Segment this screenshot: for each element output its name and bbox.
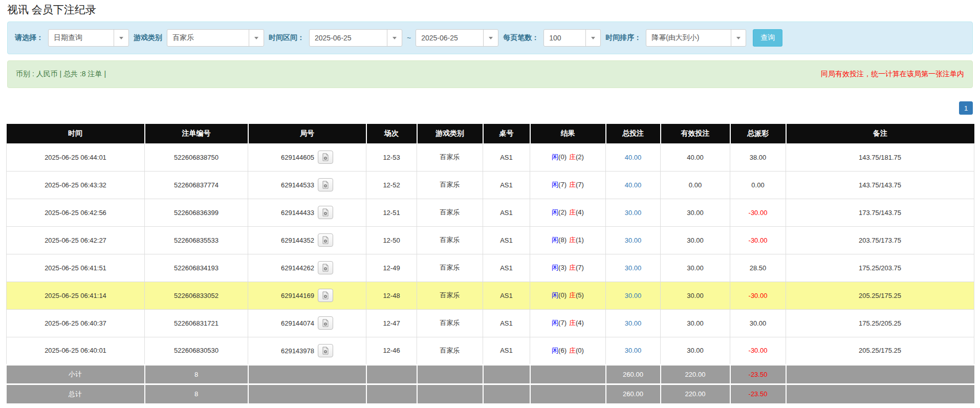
cell-payout: -30.00	[730, 199, 786, 226]
cell-table-no: AS1	[483, 171, 530, 199]
total-bet-link[interactable]: 30.00	[625, 319, 642, 327]
video-replay-button[interactable]	[318, 178, 333, 191]
table-footer: 小计 8 260.00 220.00 -23.50 总计 8 260.00 22…	[7, 364, 974, 403]
player-result: 闲(7)	[552, 319, 567, 327]
video-file-icon	[321, 236, 330, 244]
summary-row: 小计 8 260.00 220.00 -23.50	[7, 364, 974, 384]
banker-result: 庄(4)	[569, 319, 584, 327]
cell-table-no: AS1	[483, 226, 530, 254]
cell-bet-id: 522606833052	[145, 282, 248, 309]
video-replay-button[interactable]	[318, 344, 333, 357]
round-id-text: 629144169	[281, 292, 314, 299]
query-type-select[interactable]: 日期查询	[48, 29, 129, 47]
cell-round-id: 629144605	[248, 143, 366, 171]
cell-result: 闲(6)庄(0)	[530, 337, 606, 364]
video-file-icon	[321, 181, 330, 189]
cell-game-type: 百家乐	[417, 171, 483, 199]
footer-count: 8	[145, 364, 248, 384]
cell-total-bet: 30.00	[606, 199, 661, 226]
footer-total-bet: 260.00	[606, 384, 661, 403]
cell-table-no: AS1	[483, 337, 530, 364]
search-button[interactable]: 查询	[753, 29, 782, 47]
video-file-icon	[321, 291, 330, 299]
page-size-select[interactable]: 100	[543, 29, 601, 47]
cell-time: 2025-06-25 06:43:32	[7, 171, 145, 199]
cell-bet-id: 522606835533	[145, 226, 248, 254]
table-header-row: 时间 注单编号 局号 场次 游戏类别 桌号 结果 总投注 有效投注 总派彩 备注	[7, 124, 974, 143]
cell-valid-bet: 30.00	[661, 309, 730, 337]
cell-result: 闲(7)庄(7)	[530, 171, 606, 199]
total-bet-link[interactable]: 30.00	[625, 237, 642, 244]
cell-result: 闲(8)庄(1)	[530, 226, 606, 254]
total-bet-link[interactable]: 30.00	[625, 209, 642, 217]
date-from-select[interactable]: 2025-06-25	[309, 29, 402, 47]
page-title: 视讯 会员下注纪录	[7, 3, 980, 16]
query-type-value: 日期查询	[49, 30, 114, 46]
cell-payout: -30.00	[730, 282, 786, 309]
cell-round-id: 629144262	[248, 254, 366, 282]
video-replay-button[interactable]	[318, 206, 333, 219]
table-row: 2025-06-25 06:40:37 522606831721 6291440…	[7, 309, 974, 337]
filter-bar: 请选择： 日期查询 游戏类别 百家乐 时间区间： 2025-06-25 ~ 20…	[7, 22, 973, 54]
pagination: 1	[7, 101, 973, 115]
video-replay-button[interactable]	[318, 233, 333, 247]
cell-game-type: 百家乐	[417, 282, 483, 309]
total-bet-link[interactable]: 30.00	[625, 347, 642, 354]
cell-session: 12-50	[366, 226, 417, 254]
total-bet-link[interactable]: 40.00	[625, 181, 642, 189]
sort-label: 时间排序：	[605, 33, 641, 42]
cell-round-id: 629144533	[248, 171, 366, 199]
cell-game-type: 百家乐	[417, 143, 483, 171]
player-result: 闲(2)	[552, 208, 567, 216]
page-button-1[interactable]: 1	[959, 101, 973, 115]
cell-session: 12-46	[366, 337, 417, 364]
date-to-select[interactable]: 2025-06-25	[416, 29, 498, 47]
cell-valid-bet: 30.00	[661, 337, 730, 364]
cell-remark: 175.25/203.75	[786, 254, 974, 282]
footer-valid-bet: 220.00	[661, 384, 730, 403]
total-bet-link[interactable]: 40.00	[625, 154, 642, 161]
bet-records-table: 时间 注单编号 局号 场次 游戏类别 桌号 结果 总投注 有效投注 总派彩 备注…	[6, 124, 974, 403]
game-type-select[interactable]: 百家乐	[167, 29, 264, 47]
cell-time: 2025-06-25 06:41:51	[7, 254, 145, 282]
player-result: 闲(0)	[552, 153, 567, 161]
cell-session: 12-48	[366, 282, 417, 309]
cell-bet-id: 522606838750	[145, 143, 248, 171]
summary-currency-text: 币别 : 人民币 | 总共 :8 注单 |	[16, 70, 106, 79]
cell-round-id: 629144169	[248, 282, 366, 309]
cell-result: 闲(3)庄(7)	[530, 254, 606, 282]
cell-result: 闲(7)庄(4)	[530, 309, 606, 337]
cell-valid-bet: 30.00	[661, 254, 730, 282]
cell-result: 闲(0)庄(5)	[530, 282, 606, 309]
player-result: 闲(6)	[552, 347, 567, 354]
cell-time: 2025-06-25 06:40:01	[7, 337, 145, 364]
summary-bar: 币别 : 人民币 | 总共 :8 注单 | 同局有效投注，统一计算在该局第一张注…	[7, 60, 973, 88]
cell-payout: 0.00	[730, 171, 786, 199]
footer-label: 总计	[7, 384, 145, 403]
chevron-down-icon	[585, 30, 600, 46]
video-replay-button[interactable]	[318, 316, 333, 330]
page-size-label: 每页笔数：	[503, 33, 539, 42]
total-bet-link[interactable]: 30.00	[625, 292, 642, 299]
cell-payout: -30.00	[730, 337, 786, 364]
round-id-text: 629144605	[281, 154, 314, 161]
video-replay-button[interactable]	[318, 151, 333, 164]
total-bet-link[interactable]: 30.00	[625, 264, 642, 272]
cell-remark: 175.25/205.25	[786, 309, 974, 337]
round-id-text: 629143978	[281, 347, 314, 354]
cell-session: 12-49	[366, 254, 417, 282]
cell-result: 闲(0)庄(2)	[530, 143, 606, 171]
banker-result: 庄(4)	[569, 208, 584, 216]
summary-notice-text: 同局有效投注，统一计算在该局第一张注单内	[821, 70, 964, 79]
footer-empty-cell	[530, 364, 606, 384]
cell-session: 12-52	[366, 171, 417, 199]
sort-select[interactable]: 降幂(由大到小)	[646, 29, 746, 47]
table-row: 2025-06-25 06:41:14 522606833052 6291441…	[7, 282, 974, 309]
video-replay-button[interactable]	[318, 289, 333, 302]
table-row: 2025-06-25 06:42:27 522606835533 6291443…	[7, 226, 974, 254]
cell-total-bet: 40.00	[606, 143, 661, 171]
video-replay-button[interactable]	[318, 261, 333, 274]
cell-table-no: AS1	[483, 199, 530, 226]
date-range-label: 时间区间：	[269, 33, 304, 42]
column-header: 游戏类别	[417, 124, 483, 143]
